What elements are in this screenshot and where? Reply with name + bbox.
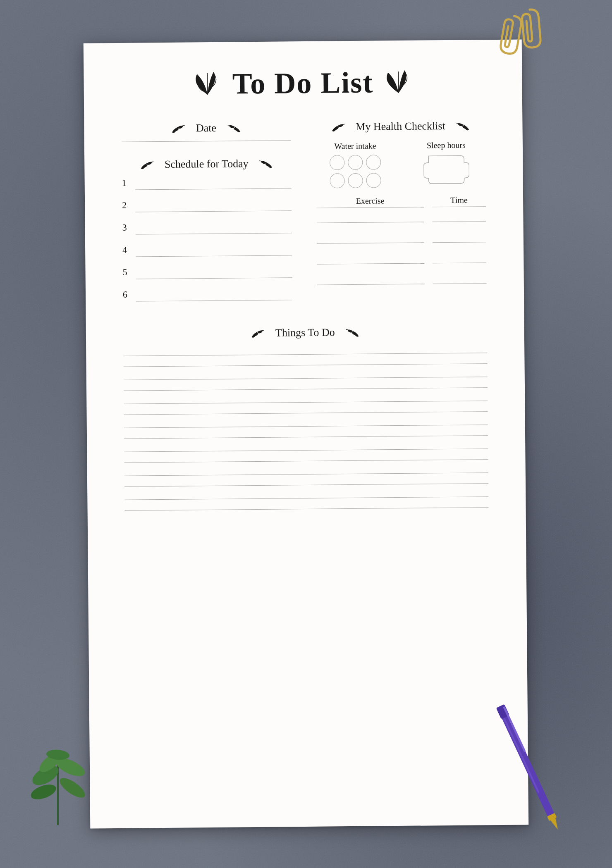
exercise-name-4[interactable] [317, 272, 425, 285]
things-line-4a[interactable] [124, 416, 488, 428]
schedule-item-3: 3 [122, 221, 292, 235]
schedule-item-5: 5 [122, 265, 292, 279]
date-line [122, 140, 291, 142]
exercise-time-3[interactable] [433, 251, 486, 263]
things-line-1a[interactable] [123, 344, 487, 356]
things-line-4b[interactable] [124, 427, 488, 439]
schedule-line-3[interactable] [136, 222, 292, 234]
schedule-item-2: 2 [122, 198, 292, 212]
exercise-time-4[interactable] [433, 272, 487, 284]
water-circle-6[interactable] [366, 173, 381, 188]
exercise-name-3[interactable] [317, 252, 424, 264]
things-line-1b[interactable] [123, 355, 487, 367]
schedule-item-1: 1 [122, 176, 292, 190]
page-title-section: To Do List [121, 64, 485, 102]
schedule-line-5[interactable] [136, 266, 292, 279]
water-circles [316, 155, 395, 188]
date-right-branch [221, 122, 242, 134]
things-line-2b[interactable] [124, 379, 488, 391]
things-line-6b[interactable] [124, 475, 488, 487]
things-line-group-7 [124, 488, 488, 511]
things-line-group-1 [123, 344, 487, 367]
things-label: Things To Do [275, 326, 335, 339]
water-sleep-section: Water intake Sleep hours [316, 140, 486, 188]
exercise-row-1 [316, 210, 486, 223]
things-line-5a[interactable] [124, 440, 488, 452]
schedule-label: Schedule for Today [165, 157, 249, 171]
health-left-branch [330, 121, 351, 133]
things-line-5b[interactable] [124, 451, 488, 463]
schedule-right-branch [253, 157, 274, 170]
schedule-num-2: 2 [122, 200, 130, 212]
schedule-num-1: 1 [122, 178, 130, 190]
schedule-header: Schedule for Today [122, 157, 291, 171]
left-column: Date [121, 121, 292, 312]
sleep-col: Sleep hours [407, 140, 486, 186]
health-label: My Health Checklist [356, 120, 445, 133]
health-right-branch [450, 119, 471, 132]
schedule-num-3: 3 [122, 222, 131, 235]
schedule-line-1[interactable] [135, 177, 292, 190]
schedule-line-4[interactable] [136, 244, 292, 257]
water-circle-2[interactable] [348, 155, 363, 170]
schedule-line-2[interactable] [135, 199, 292, 212]
schedule-left-branch [139, 158, 160, 171]
exercise-row-3 [317, 251, 486, 265]
right-column: My Health Checklist Water intake [316, 119, 487, 310]
schedule-num-4: 4 [122, 245, 131, 257]
right-leaf-decoration [382, 68, 415, 97]
schedule-item-6: 6 [123, 288, 292, 302]
date-section: Date [121, 121, 291, 142]
exercise-row-2 [317, 231, 486, 244]
svg-point-4 [57, 775, 88, 801]
things-lines [123, 344, 488, 511]
sleep-label: Sleep hours [407, 140, 485, 150]
things-line-group-5 [124, 440, 488, 463]
schedule-item-4: 4 [122, 243, 292, 257]
things-line-group-2 [124, 368, 488, 391]
things-line-7a[interactable] [124, 488, 488, 500]
water-label: Water intake [316, 141, 394, 151]
date-label: Date [196, 122, 216, 134]
water-circle-5[interactable] [348, 173, 363, 188]
time-label: Time [432, 195, 486, 205]
water-col: Water intake [316, 141, 395, 188]
date-left-branch [170, 122, 191, 134]
exercise-label: Exercise [316, 196, 424, 206]
paper-sheet: To Do List Date [84, 39, 529, 828]
water-circle-1[interactable] [330, 155, 344, 170]
things-header: Things To Do [123, 325, 487, 341]
exercise-section: Exercise Time [316, 195, 487, 285]
schedule-line-6[interactable] [136, 289, 292, 301]
health-header: My Health Checklist [316, 119, 485, 134]
things-line-2a[interactable] [124, 368, 488, 380]
schedule-num-5: 5 [122, 267, 131, 279]
things-line-6a[interactable] [124, 464, 488, 476]
exercise-row-4 [317, 272, 487, 285]
schedule-section: Schedule for Today 1 2 [122, 157, 292, 302]
things-line-group-6 [124, 464, 488, 487]
left-leaf-decoration [191, 69, 225, 99]
svg-point-3 [29, 782, 58, 802]
exercise-header: Exercise Time [316, 195, 486, 208]
sleep-box[interactable] [423, 154, 469, 186]
things-right-branch [340, 326, 361, 339]
exercise-name-1[interactable] [316, 210, 424, 223]
things-line-7b[interactable] [124, 498, 488, 511]
exercise-name-2[interactable] [317, 231, 424, 243]
exercise-time-1[interactable] [432, 210, 486, 222]
exercise-time-2[interactable] [433, 231, 486, 243]
things-line-3b[interactable] [124, 403, 488, 415]
things-section: Things To Do [123, 325, 489, 511]
schedule-num-6: 6 [123, 289, 131, 302]
date-header: Date [121, 121, 291, 135]
things-line-3a[interactable] [124, 392, 488, 404]
things-line-group-3 [124, 392, 488, 415]
main-title: To Do List [232, 66, 374, 101]
plant-decoration [25, 709, 91, 827]
water-circle-3[interactable] [366, 155, 381, 169]
things-line-group-4 [124, 416, 488, 439]
water-circle-4[interactable] [330, 173, 344, 188]
things-left-branch [250, 327, 270, 339]
